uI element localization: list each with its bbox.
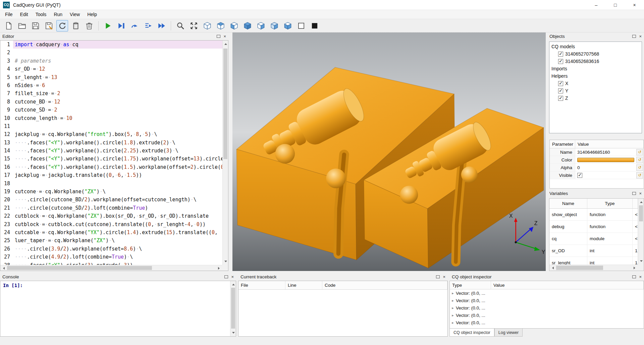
- view-iso-button[interactable]: [201, 20, 213, 31]
- scroll-up-icon[interactable]: [223, 41, 228, 46]
- inspector-row[interactable]: ▸Vector: (0.0, ...: [450, 289, 644, 297]
- tree-item-helpers[interactable]: Helpers: [549, 72, 642, 80]
- view-front-button[interactable]: [228, 20, 240, 31]
- inspector-col-type[interactable]: Type: [450, 281, 491, 289]
- scroll-down-icon[interactable]: [230, 331, 236, 336]
- scroll-right-icon[interactable]: [632, 265, 638, 271]
- checkbox[interactable]: [558, 59, 563, 64]
- editor-vertical-scrollbar[interactable]: [222, 41, 228, 265]
- menu-view[interactable]: View: [66, 10, 84, 19]
- code-line-26[interactable]: 26····.circle(3.9/2).workplane(offset=8.…: [0, 245, 222, 253]
- code-line-23[interactable]: 23cutblock·=·cutblock.cut(cutcone).trans…: [0, 220, 222, 228]
- expand-arrow-icon[interactable]: ▸: [450, 321, 456, 325]
- code-line-6[interactable]: 6nSides·=·6: [0, 81, 222, 89]
- code-line-22[interactable]: 22cutblock·=·cq.Workplane("ZX").box(sr_O…: [0, 212, 222, 220]
- checkbox[interactable]: [558, 81, 563, 86]
- traceback-col-file[interactable]: File: [238, 281, 285, 289]
- code-line-7[interactable]: 7fillet_size·=·2: [0, 89, 222, 97]
- title-bar[interactable]: CQ CadQuery GUI (PyQT) – □ ×: [0, 0, 644, 10]
- code-line-4[interactable]: 4sr_OD·=·12: [0, 65, 222, 73]
- close-panel-icon[interactable]: ×: [443, 275, 445, 279]
- tree-item-imports[interactable]: Imports: [549, 65, 642, 72]
- code-line-10[interactable]: 10cutcone_length·=·10: [0, 114, 222, 122]
- copy-to-clipboard-button[interactable]: [70, 20, 82, 31]
- zoom-button[interactable]: [174, 20, 186, 31]
- float-panel-icon[interactable]: [224, 275, 228, 278]
- shaded-button[interactable]: [309, 20, 320, 31]
- code-line-18[interactable]: 18: [0, 180, 222, 188]
- float-panel-icon[interactable]: [436, 275, 440, 278]
- menu-file[interactable]: File: [1, 10, 16, 19]
- code-line-27[interactable]: 27····.circle(4.9/2).loft(combine=True)·…: [0, 253, 222, 261]
- checkbox[interactable]: [558, 88, 563, 93]
- scrollbar-thumb[interactable]: [231, 288, 235, 329]
- close-button[interactable]: ×: [625, 0, 644, 10]
- color-swatch[interactable]: [577, 158, 634, 162]
- view-shaded-button[interactable]: [241, 20, 253, 31]
- traceback-col-code[interactable]: Code: [322, 281, 447, 289]
- code-line-13[interactable]: 13····.faces("<Y").workplane().circle(1.…: [0, 139, 222, 147]
- variables-col-type[interactable]: Type: [587, 199, 633, 208]
- tree-item-3140652683616[interactable]: 3140652683616: [549, 58, 642, 65]
- close-panel-icon[interactable]: ×: [223, 34, 226, 39]
- editor-horizontal-scrollbar[interactable]: [0, 265, 222, 271]
- code-line-1[interactable]: 1import·cadquery·as·cq: [0, 41, 222, 49]
- variable-row-sr_OD[interactable]: sr_ODint12: [549, 245, 638, 257]
- variable-row-sr_lenght[interactable]: sr_lenghtint13: [549, 257, 638, 265]
- code-line-5[interactable]: 5sr_lenght·=·13: [0, 73, 222, 81]
- code-line-28[interactable]: 28····.faces("<Y").circle(3).extrude(-3)…: [0, 261, 222, 265]
- console-frame[interactable]: In [1]:: [0, 281, 236, 337]
- menu-run[interactable]: Run: [50, 10, 66, 19]
- menu-edit[interactable]: Edit: [16, 10, 32, 19]
- save-button[interactable]: [30, 20, 41, 31]
- viewport-3d[interactable]: X Z Y: [232, 32, 546, 271]
- code-line-15[interactable]: 15····.faces("<Y").workplane().circle(1.…: [0, 155, 222, 163]
- float-panel-icon[interactable]: [632, 275, 636, 278]
- console-vertical-scrollbar[interactable]: [230, 281, 236, 336]
- property-value[interactable]: [575, 158, 636, 162]
- tree-item-cq-models[interactable]: CQ models: [549, 43, 642, 50]
- code-line-9[interactable]: 9cutcone_SD·=·2: [0, 106, 222, 114]
- code-line-17[interactable]: 17jackplug·=·jackplug.translate((0,·6,·1…: [0, 171, 222, 179]
- code-line-25[interactable]: 25luer_taper·=·cq.Workplane("ZX")·\: [0, 236, 222, 245]
- expand-arrow-icon[interactable]: ▸: [450, 291, 456, 295]
- minimize-button[interactable]: –: [587, 0, 606, 10]
- variable-row-show_object[interactable]: show_objectfunction<f: [549, 209, 638, 221]
- variable-row-debug[interactable]: debugfunction<f: [549, 221, 638, 233]
- code-line-11[interactable]: 11: [0, 122, 222, 130]
- view-right-button[interactable]: [255, 20, 267, 31]
- inspector-row[interactable]: ▸Vector: (0.0, ...: [450, 297, 644, 304]
- checkbox[interactable]: [558, 52, 563, 57]
- code-line-19[interactable]: 19cutcone·=·cq.Workplane("ZX")·\: [0, 188, 222, 196]
- menu-tools[interactable]: Tools: [32, 10, 50, 19]
- scroll-up-icon[interactable]: [638, 199, 644, 204]
- close-panel-icon[interactable]: ×: [639, 191, 642, 196]
- wireframe-button[interactable]: [295, 20, 307, 31]
- scrollbar-thumb[interactable]: [7, 266, 152, 270]
- reset-value-button[interactable]: ↺: [636, 164, 643, 171]
- code-line-20[interactable]: 20····.circle(cutcone_BD/2).workplane(of…: [0, 196, 222, 204]
- close-panel-icon[interactable]: ×: [639, 275, 642, 279]
- property-value[interactable]: 0: [575, 165, 636, 170]
- properties-col-value[interactable]: Value: [575, 140, 644, 148]
- step-in-button[interactable]: [142, 20, 154, 31]
- checkbox[interactable]: [558, 96, 563, 101]
- properties-col-parameter[interactable]: Parameter: [550, 140, 575, 148]
- scroll-down-icon[interactable]: [638, 259, 644, 265]
- view-top-button[interactable]: [215, 20, 226, 31]
- debug-button[interactable]: [115, 20, 127, 31]
- reset-value-button[interactable]: ↺: [636, 157, 643, 163]
- property-value[interactable]: [575, 173, 636, 178]
- editor-panel-title[interactable]: Editor ×: [0, 32, 228, 40]
- traceback-panel-title[interactable]: Current traceback ×: [238, 273, 448, 281]
- code-line-21[interactable]: 21····.circle(cutcone_SD/2).loft(combine…: [0, 204, 222, 212]
- fit-all-button[interactable]: [188, 20, 200, 31]
- maximize-button[interactable]: □: [606, 0, 625, 10]
- scroll-up-icon[interactable]: [230, 281, 236, 287]
- reload-button[interactable]: [56, 20, 68, 31]
- inspector-panel-title[interactable]: CQ object inspector ×: [449, 273, 644, 281]
- scroll-left-icon[interactable]: [549, 265, 555, 271]
- code-line-12[interactable]: 12jackplug·=·cq.Workplane("front").box(5…: [0, 130, 222, 138]
- view-bottom-button[interactable]: [282, 20, 293, 31]
- variable-row-cq[interactable]: cqmodule<m: [549, 233, 638, 245]
